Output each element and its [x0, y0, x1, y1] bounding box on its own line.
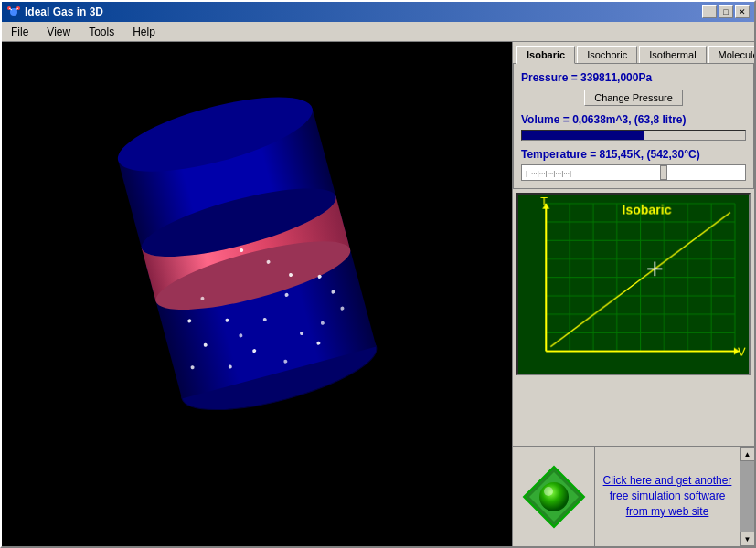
menu-view[interactable]: View — [41, 24, 76, 40]
logo-diamond — [522, 465, 586, 529]
svg-point-37 — [544, 487, 553, 496]
ad-link[interactable]: Click here and get another free simulati… — [601, 473, 734, 519]
temperature-slider-thumb[interactable] — [660, 165, 667, 180]
scroll-up-arrow[interactable]: ▲ — [740, 447, 755, 461]
maximize-button[interactable]: □ — [719, 5, 733, 18]
tab-isobaric[interactable]: Isobaric — [516, 46, 575, 64]
simulation-viewport — [2, 42, 512, 546]
tab-isochoric[interactable]: Isochoric — [577, 46, 637, 63]
molecule-icon — [6, 5, 21, 19]
tab-molecules[interactable]: Molecules — [708, 46, 754, 63]
close-button[interactable]: ✕ — [735, 5, 750, 18]
change-pressure-button[interactable]: Change Pressure — [584, 90, 683, 106]
minimize-button[interactable]: _ — [702, 5, 717, 18]
graph-area — [513, 189, 754, 446]
menu-help[interactable]: Help — [127, 24, 161, 40]
svg-point-36 — [539, 482, 569, 511]
titlebar-left: Ideal Gas in 3D — [6, 5, 103, 19]
bottom-panel: Click here and get another free simulati… — [513, 446, 754, 546]
isobaric-panel: Pressure = 339811,000Pa Change Pressure … — [513, 63, 754, 189]
tabs-container: Isobaric Isochoric Isothermal Molecules — [513, 42, 754, 63]
main-window: Ideal Gas in 3D _ □ ✕ File View Tools He… — [0, 0, 756, 548]
ad-area: Click here and get another free simulati… — [595, 447, 740, 546]
window-title: Ideal Gas in 3D — [25, 5, 103, 18]
scroll-down-arrow[interactable]: ▼ — [740, 532, 755, 546]
temperature-slider[interactable]: | · · · | · · · | · · · | · · · | — [521, 164, 746, 181]
right-panel: Isobaric Isochoric Isothermal Molecules … — [512, 42, 754, 546]
menu-file[interactable]: File — [5, 24, 34, 40]
pressure-display: Pressure = 339811,000Pa — [521, 71, 746, 84]
menu-tools[interactable]: Tools — [83, 24, 120, 40]
titlebar: Ideal Gas in 3D _ □ ✕ — [2, 2, 754, 22]
cylinder-svg — [11, 51, 505, 535]
slider-min-label: | — [522, 169, 531, 177]
scroll-track[interactable] — [740, 461, 755, 532]
logo-area — [513, 447, 595, 546]
volume-slider[interactable] — [521, 130, 746, 141]
volume-display: Volume = 0,0638m^3, (63,8 litre) — [521, 113, 746, 126]
temperature-display: Temperature = 815,45K, (542,30°C) — [521, 148, 746, 161]
scroll-bar: ▲ ▼ — [740, 447, 754, 546]
menubar: File View Tools Help — [2, 22, 754, 42]
graph-container — [516, 193, 751, 375]
tab-isothermal[interactable]: Isothermal — [639, 46, 706, 63]
volume-slider-fill — [522, 131, 644, 140]
titlebar-buttons: _ □ ✕ — [702, 5, 750, 18]
graph-canvas — [518, 195, 749, 374]
main-content: Isobaric Isochoric Isothermal Molecules … — [2, 42, 754, 546]
